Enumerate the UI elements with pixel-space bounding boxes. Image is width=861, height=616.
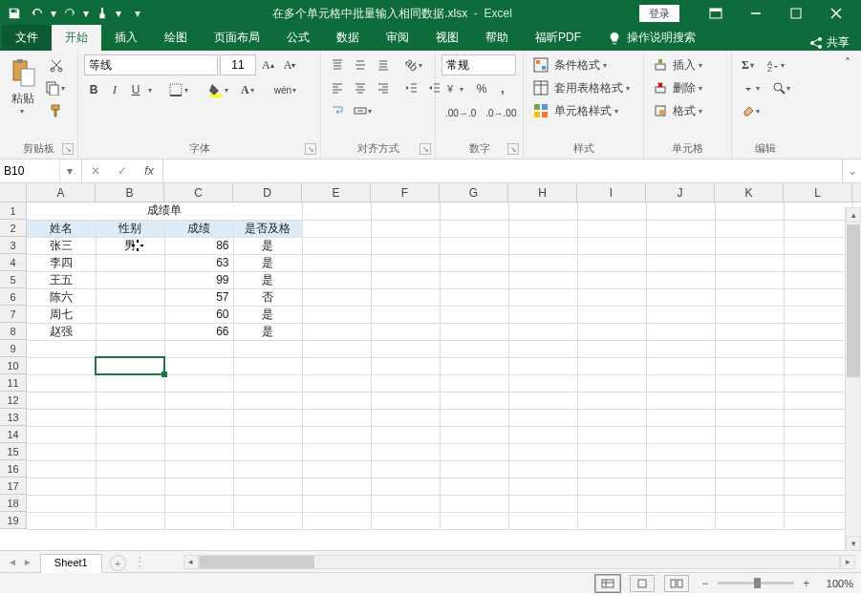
cell-F14[interactable] xyxy=(371,426,440,443)
sort-filter-button[interactable]: AZ▾ xyxy=(763,54,791,75)
cell-A8[interactable]: 赵强 xyxy=(27,323,96,340)
cell-L18[interactable] xyxy=(784,495,852,512)
cell-L15[interactable] xyxy=(784,443,852,460)
cell-K4[interactable] xyxy=(715,254,784,271)
cell-H7[interactable] xyxy=(508,306,577,323)
cell-I12[interactable] xyxy=(577,392,646,409)
format-painter-button[interactable] xyxy=(41,100,72,121)
tab-help[interactable]: 帮助 xyxy=(472,25,522,51)
align-bottom-button[interactable] xyxy=(373,54,394,75)
row-header-11[interactable]: 11 xyxy=(0,374,27,392)
tab-page-layout[interactable]: 页面布局 xyxy=(201,25,273,51)
fx-button[interactable]: fx xyxy=(136,159,162,182)
sheet-next-icon[interactable]: ► xyxy=(21,557,34,567)
number-launcher-icon[interactable]: ↘ xyxy=(507,143,519,155)
cell-K18[interactable] xyxy=(715,495,784,512)
cell-K2[interactable] xyxy=(715,220,784,237)
cell-K3[interactable] xyxy=(715,237,784,254)
cell-G19[interactable] xyxy=(440,512,508,529)
cell-F9[interactable] xyxy=(371,340,440,357)
cell-J17[interactable] xyxy=(646,478,715,495)
cell-A1[interactable]: 成绩单 xyxy=(27,202,302,220)
conditional-format-button[interactable]: 条件格式▾ xyxy=(529,54,640,75)
scroll-left-button[interactable]: ◂ xyxy=(183,555,199,569)
cell-B15[interactable] xyxy=(96,443,164,460)
column-header-E[interactable]: E xyxy=(302,183,371,202)
scroll-down-button[interactable]: ▾ xyxy=(846,536,861,551)
cell-E1[interactable] xyxy=(302,202,371,220)
cell-J19[interactable] xyxy=(646,512,715,529)
vertical-scrollbar[interactable]: ▴ ▾ xyxy=(845,207,861,551)
cell-B13[interactable] xyxy=(96,409,164,426)
zoom-control[interactable]: − + 100% xyxy=(699,577,853,590)
scroll-thumb-v[interactable] xyxy=(847,224,860,377)
cell-J10[interactable] xyxy=(646,357,715,374)
cell-K6[interactable] xyxy=(715,288,784,306)
sheet-nav[interactable]: ◄► xyxy=(0,557,40,567)
cell-F17[interactable] xyxy=(371,478,440,495)
formula-input[interactable] xyxy=(163,159,842,182)
cell-L6[interactable] xyxy=(784,288,852,306)
cell-C7[interactable]: 60 xyxy=(164,306,233,323)
cell-I6[interactable] xyxy=(577,288,646,306)
cell-C18[interactable] xyxy=(164,495,233,512)
cell-D5[interactable]: 是 xyxy=(233,271,302,288)
row-header-2[interactable]: 2 xyxy=(0,220,27,237)
align-center-button[interactable] xyxy=(350,77,371,98)
cell-L12[interactable] xyxy=(784,392,852,409)
cell-G16[interactable] xyxy=(440,460,508,478)
cell-J16[interactable] xyxy=(646,460,715,478)
cell-G18[interactable] xyxy=(440,495,508,512)
normal-view-button[interactable] xyxy=(595,575,620,592)
cell-B19[interactable] xyxy=(96,512,164,529)
cell-L7[interactable] xyxy=(784,306,852,323)
cell-D2[interactable]: 是否及格 xyxy=(233,220,302,237)
cell-I7[interactable] xyxy=(577,306,646,323)
row-header-9[interactable]: 9 xyxy=(0,340,27,357)
cell-B11[interactable] xyxy=(96,374,164,392)
comma-button[interactable]: , xyxy=(493,78,512,99)
cut-button[interactable] xyxy=(41,54,72,75)
font-name-combo[interactable] xyxy=(84,54,218,75)
cell-G1[interactable] xyxy=(440,202,508,220)
cell-C6[interactable]: 57 xyxy=(164,288,233,306)
cell-J9[interactable] xyxy=(646,340,715,357)
cell-I19[interactable] xyxy=(577,512,646,529)
cell-B18[interactable] xyxy=(96,495,164,512)
fill-button[interactable]: ▾ xyxy=(738,77,766,98)
cell-B6[interactable] xyxy=(96,288,164,306)
zoom-slider[interactable] xyxy=(718,582,794,584)
cell-J4[interactable] xyxy=(646,254,715,271)
column-header-D[interactable]: D xyxy=(233,183,302,202)
cell-G4[interactable] xyxy=(440,254,508,271)
cell-G2[interactable] xyxy=(440,220,508,237)
cancel-formula-button[interactable]: ✕ xyxy=(82,159,109,182)
cell-J3[interactable] xyxy=(646,237,715,254)
align-middle-button[interactable] xyxy=(350,54,371,75)
decrease-indent-button[interactable] xyxy=(401,77,422,98)
expand-formula-bar-icon[interactable]: ⌄ xyxy=(842,159,861,182)
cell-L19[interactable] xyxy=(784,512,852,529)
cell-K5[interactable] xyxy=(715,271,784,288)
cell-B9[interactable] xyxy=(96,340,164,357)
cell-E10[interactable] xyxy=(302,357,371,374)
column-header-K[interactable]: K xyxy=(715,183,784,202)
cell-C15[interactable] xyxy=(164,443,233,460)
table-format-button[interactable]: 套用表格格式▾ xyxy=(529,77,640,98)
cell-C5[interactable]: 99 xyxy=(164,271,233,288)
cell-H5[interactable] xyxy=(508,271,577,288)
cell-L5[interactable] xyxy=(784,271,852,288)
cell-K14[interactable] xyxy=(715,426,784,443)
cell-J5[interactable] xyxy=(646,271,715,288)
cell-D8[interactable]: 是 xyxy=(233,323,302,340)
cell-C19[interactable] xyxy=(164,512,233,529)
cell-K15[interactable] xyxy=(715,443,784,460)
cell-C12[interactable] xyxy=(164,392,233,409)
cell-H2[interactable] xyxy=(508,220,577,237)
cell-B16[interactable] xyxy=(96,460,164,478)
copy-button[interactable]: ▾ xyxy=(41,77,72,98)
cell-H15[interactable] xyxy=(508,443,577,460)
cell-D14[interactable] xyxy=(233,426,302,443)
cells-area[interactable]: 成绩单姓名性别成绩是否及格张三男86是李四63是王五99是陈六57否周七60是赵… xyxy=(27,202,861,530)
cell-D4[interactable]: 是 xyxy=(233,254,302,271)
